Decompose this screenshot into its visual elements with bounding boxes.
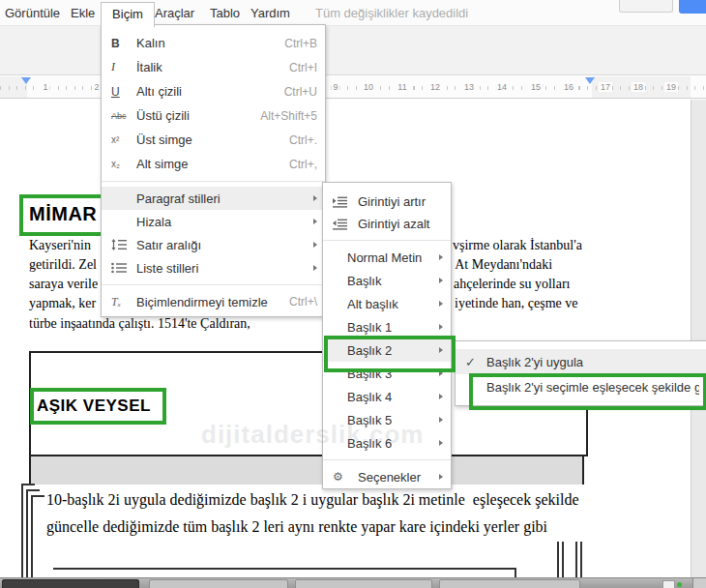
annotation-box-baslik2 — [324, 336, 456, 372]
underline-icon: U — [111, 85, 136, 99]
doc-text-line: türbe inşaatında çalıştı. 1514'te Çaldır… — [29, 316, 250, 332]
menu-goruntule[interactable]: Görüntüle — [5, 6, 60, 20]
menu-item-girintiyi-artir[interactable]: Girintiyi artır — [323, 191, 451, 213]
list-styles-icon — [111, 262, 136, 274]
submenu-arrow-icon — [313, 195, 317, 201]
ruler-number: 17 — [599, 82, 612, 92]
menu-item-kalin[interactable]: B Kalın Ctrl+B — [102, 31, 325, 55]
menu-item-bicimlendirmeyi-temizle[interactable]: Tₓ Biçimlendirmeyi temizle Ctrl+\ — [102, 290, 325, 313]
submenu-arrow-icon — [439, 417, 443, 423]
box-outline-fragment — [575, 542, 577, 578]
box-outline-fragment — [26, 489, 28, 578]
box-outline-fragment — [21, 484, 23, 578]
google-docs-window: Görüntüle Ekle Araçlar Tablo Yardım Tüm … — [0, 0, 706, 588]
left-indent-marker[interactable] — [21, 77, 31, 84]
ruler-number: 19 — [664, 82, 678, 92]
taskbar-window[interactable] — [439, 579, 580, 588]
doc-note-line-2: güncelle dediğimizde tüm başlık 2 leri a… — [46, 518, 547, 536]
menu-item-liste-stilleri[interactable]: Liste stilleri — [102, 256, 325, 279]
taskbar-window[interactable] — [295, 579, 432, 588]
format-menu: B Kalın Ctrl+B I İtalik Ctrl+I U Altı çi… — [101, 24, 326, 317]
box-outline-fragment — [26, 489, 40, 491]
ruler-number: 1 — [41, 82, 49, 92]
menu-item-baslik[interactable]: Başlık — [323, 269, 451, 292]
submenu-arrow-icon — [439, 440, 443, 446]
menu-ekle[interactable]: Ekle — [71, 6, 95, 20]
submenu-arrow-icon — [439, 394, 443, 399]
annotation-box-asik-veysel — [30, 388, 166, 425]
ruler-number: 12 — [428, 82, 442, 92]
menu-bicim[interactable]: Biçim — [101, 2, 155, 27]
menu-araclar[interactable]: Araçlar — [155, 6, 194, 20]
annotation-box-guncelle — [469, 373, 706, 410]
decrease-indent-icon — [333, 219, 358, 230]
menu-item-hizala[interactable]: Hizala — [102, 210, 325, 233]
menu-tablo[interactable]: Tablo — [210, 6, 240, 20]
taskbar-window-active[interactable] — [2, 579, 139, 588]
menu-item-ust-simge[interactable]: x² Üst simge Ctrl+. — [102, 128, 325, 152]
save-status[interactable]: Tüm değişiklikler kaydedildi — [315, 6, 468, 20]
clear-formatting-icon: Tₓ — [111, 295, 136, 309]
ruler-number: 13 — [462, 82, 476, 92]
doc-note-line-1: 10-başlık 2i uygula dediğimizde başlık 2… — [46, 491, 579, 509]
submenu-arrow-icon — [439, 301, 443, 307]
italic-icon: I — [111, 60, 136, 74]
box-outline-fragment — [31, 495, 33, 578]
page-gutter — [691, 100, 706, 578]
doc-text-line: saraya verile — [29, 277, 98, 292]
doc-text-line: yapmak, ker — [29, 296, 96, 311]
ruler-number: 14 — [495, 82, 509, 92]
ruler-number: 11 — [396, 82, 408, 92]
taskbar-window[interactable] — [149, 579, 288, 588]
doc-text-line: , At Meydanı'ndaki — [449, 257, 552, 273]
submenu-arrow-icon — [439, 474, 443, 480]
ruler-number: 15 — [529, 82, 543, 92]
doc-text-line: iyetinde han, çeşme ve — [455, 296, 578, 311]
submenu-arrow-icon — [439, 254, 443, 260]
ruler-number: 16 — [562, 82, 575, 92]
menu-item-normal-metin[interactable]: Normal Metin — [323, 246, 451, 269]
check-icon: ✓ — [465, 355, 486, 369]
annotation-box-mimar — [19, 194, 112, 236]
menu-item-alt-baslik[interactable]: Alt başlık — [323, 292, 451, 315]
watermark: dijitalderslik.com — [201, 420, 424, 450]
menu-separator — [102, 181, 325, 182]
menu-item-italik[interactable]: I İtalik Ctrl+I — [102, 55, 325, 79]
submenu-arrow-icon — [313, 265, 317, 271]
share-button-fragment[interactable] — [679, 0, 706, 14]
right-indent-marker[interactable] — [585, 77, 595, 84]
taskbar-show-desktop[interactable] — [692, 578, 706, 588]
comments-button-fragment[interactable] — [619, 0, 673, 13]
menu-item-ustu-cizili[interactable]: Abc Üstü çizili Alt+Shift+5 — [102, 103, 325, 128]
submenu-arrow-icon — [439, 278, 443, 283]
box-outline-fragment — [21, 484, 35, 485]
box-outline-fragment — [562, 542, 564, 578]
menu-separator — [102, 284, 325, 285]
submenu-arrow-icon — [313, 242, 317, 248]
doc-text-line: vşirme olarak İstanbul'a — [453, 238, 582, 253]
bold-icon: B — [111, 37, 136, 50]
increase-indent-icon — [333, 196, 358, 208]
doc-table-gray-row — [29, 456, 584, 485]
menu-item-alt-simge[interactable]: x₂ Alt simge Ctrl+, — [102, 152, 325, 176]
taskbar — [0, 577, 706, 588]
doc-text-line: Kayseri'nin — [29, 238, 91, 253]
ruler-number: 18 — [632, 82, 645, 92]
menu-item-baslik2-uygula[interactable]: ✓ Başlık 2'yi uygula — [456, 349, 706, 374]
ruler-number: 9 — [331, 82, 339, 92]
doc-text-line: ahçelerinde su yolları — [454, 277, 571, 292]
menu-item-satir-araligi[interactable]: Satır aralığı — [102, 233, 325, 256]
line-spacing-icon — [111, 239, 136, 250]
taskbar-tray-icon[interactable] — [662, 580, 675, 588]
menu-item-baslik-4[interactable]: Başlık 4 — [323, 385, 451, 408]
menu-item-alti-cizili[interactable]: U Altı çizili Ctrl+U — [102, 79, 325, 103]
menu-separator — [323, 240, 451, 241]
superscript-icon: x² — [111, 134, 136, 145]
menu-item-girintiyi-azalt[interactable]: Girintiyi azalt — [323, 213, 451, 235]
menu-item-paragraf-stilleri[interactable]: Paragraf stilleri — [102, 187, 325, 210]
menu-yardim[interactable]: Yardım — [250, 6, 290, 20]
subscript-icon: x₂ — [111, 159, 136, 169]
menu-item-secenekler[interactable]: ⚙ Seçenekler — [323, 465, 451, 488]
box-outline-fragment — [31, 495, 44, 497]
gear-icon: ⚙ — [333, 470, 358, 484]
